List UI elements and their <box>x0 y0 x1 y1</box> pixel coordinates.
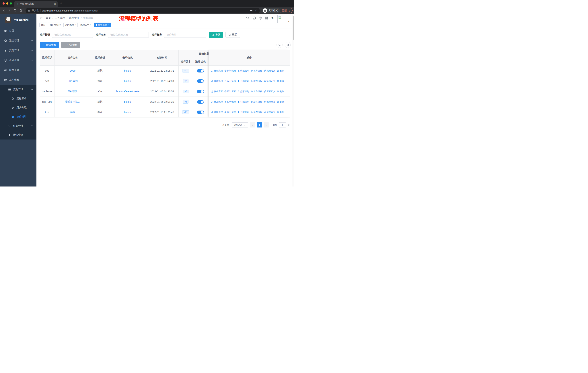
minimize-window-button[interactable] <box>6 2 8 5</box>
close-icon[interactable]: × <box>108 24 109 26</box>
active-toggle[interactable] <box>197 100 204 104</box>
prev-page-button[interactable]: ‹ <box>250 122 255 128</box>
row-action[interactable]: 设计流程 <box>224 69 236 72</box>
row-action[interactable]: 设计流程 <box>224 90 236 93</box>
page-size-select[interactable]: 10条/页 <box>232 122 248 128</box>
page-tab[interactable]: 首页 <box>39 23 47 27</box>
sidebar-item[interactable]: ¥支付管理 <box>0 46 36 55</box>
maximize-window-button[interactable] <box>10 2 12 5</box>
row-action[interactable]: 删除 <box>277 69 284 72</box>
sidebar-item[interactable]: 工作流程 <box>0 75 36 85</box>
search-icon[interactable] <box>246 16 249 20</box>
row-action[interactable]: 修改流程 <box>211 69 223 72</box>
help-icon[interactable] <box>259 16 262 20</box>
breadcrumb-item[interactable]: 首页 <box>46 16 51 20</box>
reload-icon[interactable] <box>13 9 17 12</box>
form-info-link[interactable]: /bpm/oa/leave/create <box>116 90 139 93</box>
row-action[interactable]: 设计流程 <box>224 111 236 114</box>
sidebar-item[interactable]: 用户分组 <box>0 103 36 112</box>
process-name-input[interactable] <box>108 32 149 38</box>
table-search-toggle-button[interactable] <box>276 42 283 48</box>
process-category-select[interactable]: 流程分类 <box>164 32 206 38</box>
address-bar[interactable]: 不安全 dashboard.yudao.iocoder.cn /bpm/mana… <box>26 8 260 13</box>
row-action[interactable]: 分配规则 <box>238 80 249 83</box>
close-tab-icon[interactable]: × <box>54 2 56 5</box>
row-action[interactable]: 发布流程 <box>251 111 262 114</box>
page-scrollbar[interactable] <box>292 14 294 186</box>
row-action[interactable]: 分配规则 <box>238 111 249 114</box>
row-action[interactable]: 修改流程 <box>211 90 223 93</box>
page-tab[interactable]: 我的流程× <box>63 23 78 27</box>
search-button[interactable]: 搜索 <box>209 32 223 38</box>
sidebar-item[interactable]: 流程模型 <box>0 112 36 121</box>
table-refresh-button[interactable] <box>285 42 291 48</box>
create-process-button[interactable]: ＋ 新建流程 <box>40 42 59 48</box>
new-tab-button[interactable]: + <box>60 1 62 5</box>
page-tab[interactable]: 流程模型× <box>94 23 111 27</box>
close-icon[interactable]: × <box>90 24 91 26</box>
row-action[interactable]: 流程定义 <box>264 100 275 103</box>
row-action[interactable]: 发布流程 <box>251 80 262 83</box>
row-action[interactable]: 设计流程 <box>224 80 236 83</box>
row-action[interactable]: 删除 <box>277 111 284 114</box>
github-icon[interactable] <box>252 16 256 20</box>
star-icon[interactable]: ☆ <box>255 9 258 12</box>
close-window-button[interactable] <box>2 2 5 5</box>
forward-icon[interactable] <box>8 9 11 12</box>
row-action[interactable]: 流程定义 <box>264 90 275 93</box>
import-process-button[interactable]: 导入流程 <box>61 42 80 48</box>
browser-tab[interactable]: 芋道管理系统 × <box>14 1 58 7</box>
row-action[interactable]: 删除 <box>277 100 284 103</box>
current-page[interactable]: 1 <box>257 122 262 128</box>
font-size-icon[interactable]: TT <box>272 17 274 20</box>
process-name-link[interactable]: 自己审批 <box>68 80 78 83</box>
browser-menu-icon[interactable]: ⋮ <box>288 9 291 12</box>
process-name-link[interactable]: eeee <box>70 69 75 72</box>
row-action[interactable]: 分配规则 <box>238 100 249 103</box>
sidebar-item[interactable]: 流程表单 <box>0 94 36 103</box>
page-tab[interactable]: 租户管理× <box>48 23 62 27</box>
row-action[interactable]: 分配规则 <box>238 69 249 72</box>
sidebar-item[interactable]: 基础设施 <box>0 55 36 65</box>
key-icon[interactable] <box>250 9 253 12</box>
process-name-link[interactable]: 滔博 <box>70 111 75 114</box>
next-page-button[interactable]: › <box>264 122 269 128</box>
update-button[interactable]: 更新 ⋮ <box>280 8 293 13</box>
back-icon[interactable] <box>2 9 6 12</box>
row-action[interactable]: 流程定义 <box>264 69 275 72</box>
sidebar-item[interactable]: 研发工具 <box>0 65 36 75</box>
collapse-sidebar-icon[interactable] <box>39 16 43 20</box>
sidebar-item[interactable]: 首页 <box>0 26 36 36</box>
form-info-link[interactable]: biubiu <box>124 80 131 82</box>
active-toggle[interactable] <box>197 80 204 83</box>
breadcrumb-item[interactable]: 流程管理 <box>69 16 79 20</box>
process-key-input[interactable] <box>52 32 93 38</box>
row-action[interactable]: 发布流程 <box>251 100 262 103</box>
row-action[interactable]: 流程定义 <box>264 111 275 114</box>
row-action[interactable]: 删除 <box>277 80 284 83</box>
user-avatar[interactable] <box>277 15 286 23</box>
sidebar-item[interactable]: 系统管理 <box>0 36 36 46</box>
active-toggle[interactable] <box>197 90 204 93</box>
row-action[interactable]: 修改流程 <box>211 111 223 114</box>
form-info-link[interactable]: biubiu <box>124 100 131 103</box>
goto-page-input[interactable] <box>279 122 286 128</box>
sidebar-item[interactable]: 任务管理 <box>0 121 36 131</box>
form-info-link[interactable]: biubiu <box>124 111 131 114</box>
process-name-link[interactable]: 测试多审批人 <box>65 100 80 103</box>
process-name-link[interactable]: OA 请假 <box>68 90 77 93</box>
reset-button[interactable]: 重置 <box>225 32 240 38</box>
form-info-link[interactable]: biubiu <box>124 69 131 72</box>
page-tab[interactable]: 流程表单× <box>79 23 93 27</box>
active-toggle[interactable] <box>197 69 204 72</box>
scrollbar-thumb[interactable] <box>293 16 294 40</box>
row-action[interactable]: 发布流程 <box>251 69 262 72</box>
avatar-caret-icon[interactable]: ▼ <box>288 20 290 22</box>
row-action[interactable]: 设计流程 <box>224 100 236 103</box>
close-icon[interactable]: × <box>59 24 61 26</box>
home-icon[interactable] <box>19 9 23 12</box>
row-action[interactable]: 修改流程 <box>211 100 223 103</box>
close-icon[interactable]: × <box>75 24 76 26</box>
row-action[interactable]: 修改流程 <box>211 80 223 83</box>
active-toggle[interactable] <box>197 111 204 114</box>
